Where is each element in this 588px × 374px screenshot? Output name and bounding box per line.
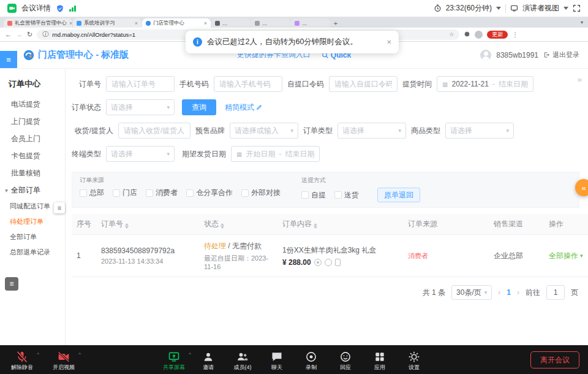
- view-mode-label[interactable]: 演讲者视图: [522, 3, 559, 13]
- checkbox-share-coop[interactable]: 仓分享合作: [186, 188, 233, 198]
- col-status[interactable]: 状态: [199, 214, 277, 235]
- checkbox-label: 仓分享合作: [196, 188, 233, 198]
- unmute-button[interactable]: 解除静音 ^: [9, 351, 36, 372]
- floating-menu-button[interactable]: ≡: [54, 202, 65, 213]
- security-shield-icon[interactable]: [56, 4, 64, 13]
- search-button[interactable]: 查询: [182, 99, 216, 115]
- mic-options-caret[interactable]: ^: [37, 351, 39, 357]
- network-signal-icon[interactable]: [69, 5, 76, 12]
- browser-tab-4[interactable]: …: [211, 18, 251, 28]
- site-info-icon[interactable]: ⓘ: [42, 30, 48, 39]
- extensions-icon[interactable]: [464, 31, 470, 38]
- checkbox-external[interactable]: 外部对接: [241, 188, 281, 198]
- checkbox-store[interactable]: 门店: [113, 188, 137, 198]
- simple-mode-link[interactable]: 精简模式: [225, 102, 262, 113]
- goods-type-select[interactable]: 请选择 ▾: [445, 123, 514, 139]
- col-content[interactable]: 订单内容: [277, 214, 403, 235]
- browser-tab-5[interactable]: …: [251, 18, 290, 28]
- sidebar-subitem-pending-orders[interactable]: 待处理订单: [0, 214, 65, 229]
- share-screen-button[interactable]: 共享屏幕 ^: [160, 351, 187, 372]
- checkbox-consumer[interactable]: 消费者: [146, 188, 178, 198]
- start-video-button[interactable]: 开启视频 ^: [50, 351, 77, 372]
- collapse-filters-icon[interactable]: »: [578, 75, 582, 84]
- terminal-type-select[interactable]: 请选择 ▾: [106, 146, 175, 162]
- page-size-select[interactable]: 30条/页 ▾: [451, 285, 492, 300]
- tab-close-icon[interactable]: ×: [204, 20, 207, 26]
- all-actions-dropdown[interactable]: 全部操作 ▾: [549, 251, 587, 261]
- col-order-no[interactable]: 订单号: [96, 214, 199, 235]
- side-drawer-handle[interactable]: «: [575, 179, 588, 196]
- ship-end-date: 结束日期: [285, 149, 314, 159]
- corner-menu-button[interactable]: ≡: [5, 277, 18, 291]
- checkbox-hq[interactable]: 总部: [80, 188, 104, 198]
- back-icon[interactable]: ←: [5, 31, 12, 38]
- current-page[interactable]: 1: [507, 288, 511, 297]
- sidebar-item-door-pickup[interactable]: 上门提货: [0, 113, 65, 130]
- sidebar-subitem-all-orders[interactable]: 全部订单: [0, 229, 65, 245]
- checkbox-delivery[interactable]: 送货: [334, 190, 359, 200]
- browser-update-button[interactable]: 更新: [487, 31, 508, 39]
- sort-icon[interactable]: [314, 223, 317, 229]
- members-button[interactable]: 成员(4): [229, 351, 256, 372]
- browser-tab-1[interactable]: 礼盒营销平台管理中心 ×: [4, 18, 72, 28]
- checkbox-icon: [186, 189, 194, 197]
- settings-button[interactable]: 设置: [401, 351, 428, 372]
- browser-tab-2[interactable]: 系统培训学习 ×: [73, 18, 141, 28]
- chat-button[interactable]: 聊天: [263, 351, 290, 372]
- pickup-time-range[interactable]: ▦ 2022-11-21 - 结束日期: [437, 76, 533, 92]
- sidebar-item-card-pickup[interactable]: 卡包提货: [0, 147, 65, 164]
- forward-icon[interactable]: →: [16, 31, 23, 38]
- phone-input[interactable]: [214, 76, 282, 92]
- sidebar-item-member-visit[interactable]: 会员上门: [0, 130, 65, 147]
- table-row[interactable]: 1 83859345088979792a 2023-11-13 14:33:34…: [72, 235, 588, 277]
- meeting-title[interactable]: 会议详情: [21, 3, 51, 13]
- checkbox-label: 消费者: [156, 188, 178, 198]
- prev-page-icon[interactable]: ‹: [498, 288, 500, 297]
- browser-tab-6[interactable]: …: [291, 18, 330, 28]
- sort-icon[interactable]: [221, 223, 224, 229]
- next-page-icon[interactable]: ›: [517, 288, 519, 297]
- sidebar-subitem-hq-returns[interactable]: 总部退单记录: [0, 245, 65, 260]
- react-button[interactable]: 回应: [332, 351, 359, 372]
- browser-tab-3-active[interactable]: 门店管理中心 ×: [142, 18, 211, 28]
- tab-close-icon[interactable]: ×: [69, 20, 72, 26]
- tab-search-chevron-icon[interactable]: ▾: [581, 20, 583, 25]
- invite-button[interactable]: 邀请: [195, 351, 222, 372]
- sidebar-item-phone-pickup[interactable]: 电话提货: [0, 96, 65, 113]
- view-mode-dropdown-icon[interactable]: [564, 7, 568, 10]
- goto-page-input[interactable]: [546, 285, 565, 300]
- ship-date-range[interactable]: ▦ 开始日期 - 结束日期: [231, 146, 320, 162]
- timer-dropdown-icon[interactable]: [496, 7, 501, 10]
- original-return-button[interactable]: 原单退回: [377, 188, 420, 202]
- apps-button[interactable]: 应用: [366, 351, 393, 372]
- order-no-input[interactable]: [106, 76, 175, 92]
- bookmark-star-icon[interactable]: ☆: [449, 31, 454, 37]
- reload-icon[interactable]: ↻: [27, 31, 32, 38]
- receiver-input[interactable]: [118, 123, 190, 139]
- sidebar-group-all-orders[interactable]: ▾ 全部订单: [0, 181, 65, 199]
- tab-close-icon[interactable]: ×: [135, 20, 138, 26]
- order-number[interactable]: 83859345088979792a: [101, 246, 194, 255]
- presale-brand-select[interactable]: 请选择或输入 ▾: [230, 123, 298, 139]
- browser-profile-icon[interactable]: [475, 31, 483, 39]
- leave-meeting-button[interactable]: 离开会议: [530, 351, 579, 368]
- user-avatar[interactable]: [480, 50, 491, 61]
- sidebar-collapse-button[interactable]: ≡: [0, 51, 17, 68]
- meeting-notification-banner: i 会议已超过2人，自动转为60分钟限时会议。 ×: [186, 31, 399, 53]
- order-status-select[interactable]: 请选择 ▾: [106, 99, 175, 115]
- new-tab-button[interactable]: +: [331, 18, 341, 28]
- tab-favicon: [7, 21, 12, 26]
- sidebar-item-batch-verify[interactable]: 批量核销: [0, 164, 65, 181]
- share-options-caret[interactable]: ^: [189, 351, 191, 357]
- checkbox-self-pickup[interactable]: 自提: [301, 190, 326, 200]
- video-options-caret[interactable]: ^: [78, 351, 81, 357]
- record-button[interactable]: 录制: [298, 351, 325, 372]
- pickup-code-input[interactable]: [329, 76, 398, 92]
- meeting-timer: 23:32(60分钟): [446, 3, 492, 13]
- close-icon[interactable]: ×: [386, 37, 391, 47]
- order-type-select[interactable]: 请选择 ▾: [337, 123, 406, 139]
- sort-icon[interactable]: [125, 223, 129, 229]
- browser-menu-icon[interactable]: ⋮: [512, 31, 518, 38]
- fullscreen-icon[interactable]: [573, 4, 581, 12]
- logout-button[interactable]: 退出登录: [543, 50, 579, 59]
